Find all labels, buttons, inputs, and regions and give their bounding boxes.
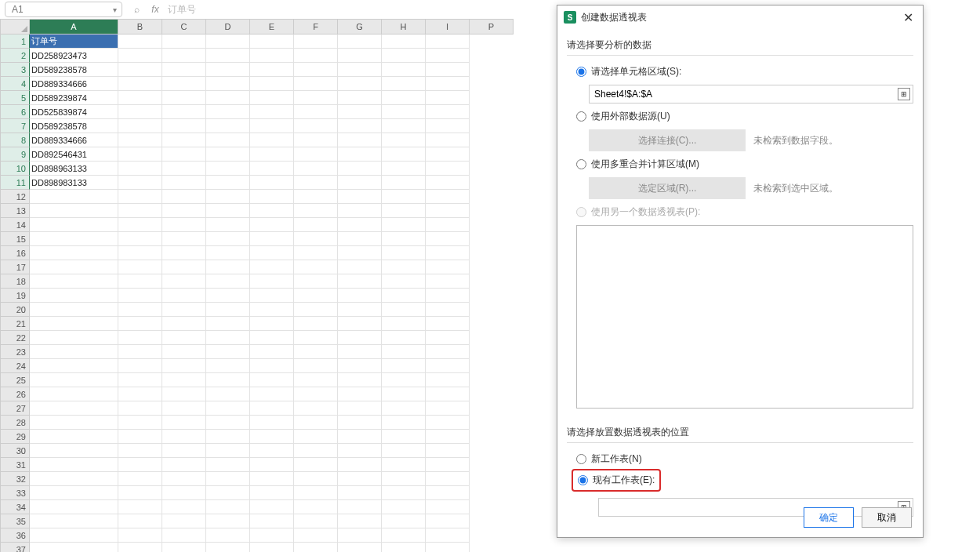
cell[interactable] [206, 260, 250, 274]
cell[interactable] [294, 176, 338, 190]
cell[interactable] [162, 204, 206, 218]
close-icon[interactable]: ✕ [900, 10, 916, 25]
cell[interactable] [294, 162, 338, 176]
cell[interactable] [426, 401, 470, 416]
cell[interactable] [338, 430, 382, 444]
cell[interactable] [162, 444, 206, 458]
cell[interactable] [206, 458, 250, 472]
cell[interactable] [30, 274, 118, 289]
cell[interactable]: 订单号 [30, 34, 118, 49]
cell[interactable] [250, 232, 294, 246]
cell[interactable] [338, 162, 382, 176]
cell[interactable] [426, 486, 470, 500]
cell[interactable] [118, 331, 162, 345]
cell[interactable] [338, 289, 382, 303]
cell[interactable] [426, 303, 470, 317]
cell[interactable] [162, 416, 206, 430]
col-header[interactable]: H [382, 19, 426, 34]
cell[interactable] [294, 401, 338, 416]
row-header[interactable]: 4 [0, 77, 30, 91]
cell[interactable]: DD589238578 [30, 119, 118, 133]
cell[interactable] [118, 387, 162, 401]
cell[interactable] [118, 162, 162, 176]
cell[interactable] [30, 246, 118, 260]
cell[interactable] [162, 260, 206, 274]
cell[interactable] [250, 359, 294, 373]
row-header[interactable]: 2 [0, 49, 30, 63]
cell[interactable] [118, 289, 162, 303]
row-header[interactable]: 21 [0, 317, 30, 331]
cell[interactable] [118, 317, 162, 331]
cell[interactable] [162, 49, 206, 63]
cell[interactable] [118, 232, 162, 246]
row-header[interactable]: 10 [0, 162, 30, 176]
row-header[interactable]: 17 [0, 260, 30, 274]
cell[interactable] [206, 514, 250, 528]
cell[interactable] [162, 289, 206, 303]
radio-existing-input[interactable] [578, 475, 588, 485]
cell[interactable] [338, 119, 382, 133]
cell[interactable] [162, 190, 206, 204]
cell[interactable] [338, 317, 382, 331]
cell[interactable] [426, 458, 470, 472]
radio-cell-range-input[interactable] [576, 67, 586, 77]
cell[interactable] [294, 345, 338, 359]
cell[interactable] [294, 331, 338, 345]
cell[interactable] [382, 401, 426, 416]
cell[interactable] [294, 34, 338, 49]
cell[interactable] [206, 401, 250, 416]
row-header[interactable]: 29 [0, 430, 30, 444]
cell[interactable] [250, 444, 294, 458]
cell[interactable] [162, 430, 206, 444]
cell[interactable] [382, 133, 426, 147]
cell[interactable] [426, 162, 470, 176]
cell[interactable] [30, 232, 118, 246]
cell[interactable] [382, 303, 426, 317]
cell[interactable] [338, 133, 382, 147]
cell[interactable] [338, 190, 382, 204]
cell[interactable] [118, 543, 162, 552]
cell[interactable] [426, 274, 470, 289]
cell[interactable] [294, 204, 338, 218]
cell[interactable] [118, 274, 162, 289]
cell[interactable] [338, 246, 382, 260]
cell[interactable] [162, 91, 206, 105]
cell[interactable] [206, 162, 250, 176]
cell[interactable] [30, 500, 118, 514]
radio-multi-input[interactable] [576, 159, 586, 169]
row-header[interactable]: 27 [0, 401, 30, 416]
cell[interactable] [426, 500, 470, 514]
cell[interactable] [250, 105, 294, 119]
cell[interactable] [250, 162, 294, 176]
cell[interactable] [250, 91, 294, 105]
row-header[interactable]: 18 [0, 274, 30, 289]
cell[interactable] [162, 514, 206, 528]
cell[interactable] [294, 133, 338, 147]
cell[interactable] [294, 500, 338, 514]
cell[interactable] [382, 246, 426, 260]
cell[interactable] [338, 204, 382, 218]
radio-cell-range[interactable]: 请选择单元格区域(S): [567, 62, 913, 82]
cell[interactable] [162, 119, 206, 133]
cell[interactable] [382, 500, 426, 514]
cell[interactable] [30, 430, 118, 444]
cell[interactable] [118, 119, 162, 133]
cell[interactable] [30, 472, 118, 486]
cell[interactable] [382, 34, 426, 49]
row-header[interactable]: 32 [0, 472, 30, 486]
cell[interactable] [118, 133, 162, 147]
cell[interactable] [294, 190, 338, 204]
cell[interactable] [30, 458, 118, 472]
cell[interactable] [294, 458, 338, 472]
cell[interactable] [250, 303, 294, 317]
cell[interactable] [206, 232, 250, 246]
cell[interactable] [294, 77, 338, 91]
cell[interactable] [426, 331, 470, 345]
cell[interactable] [338, 543, 382, 552]
cell[interactable] [382, 430, 426, 444]
row-header[interactable]: 9 [0, 147, 30, 162]
cell[interactable] [162, 359, 206, 373]
cell[interactable] [206, 444, 250, 458]
formula-input[interactable]: 订单号 [168, 3, 196, 16]
cell[interactable]: DD589238578 [30, 63, 118, 77]
